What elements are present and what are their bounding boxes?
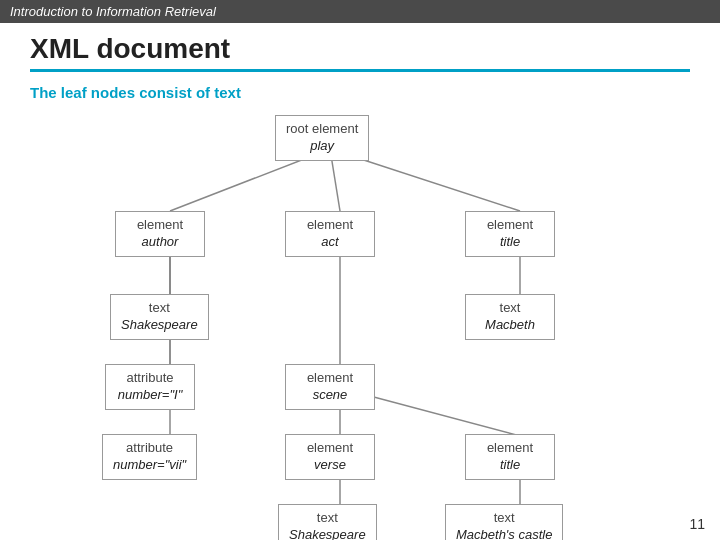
node-text-macbeths-castle: text Macbeth's castle	[445, 504, 563, 540]
node-attr-number-i: attribute number="I"	[105, 364, 195, 410]
tree-container: root element play element author element…	[30, 111, 690, 511]
node-scene: element scene	[285, 364, 375, 410]
main-content: XML document The leaf nodes consist of t…	[0, 23, 720, 521]
node-text-macbeth1-value: Macbeth	[476, 317, 544, 334]
node-verse: element verse	[285, 434, 375, 480]
node-root-value: play	[286, 138, 358, 155]
node-act-label: element	[296, 217, 364, 234]
node-text-shakes1-label: text	[121, 300, 198, 317]
node-root: root element play	[275, 115, 369, 161]
node-title-bottom: element title	[465, 434, 555, 480]
node-root-label: root element	[286, 121, 358, 138]
node-scene-label: element	[296, 370, 364, 387]
page-title: XML document	[30, 33, 690, 65]
node-text-shakespeare-2: text Shakespeare	[278, 504, 377, 540]
node-attr-i-value: number="I"	[116, 387, 184, 404]
header-title: Introduction to Information Retrieval	[10, 4, 216, 19]
leaf-desc-prefix: The	[30, 84, 61, 101]
node-text-shakes2-label: text	[289, 510, 366, 527]
node-author-label: element	[126, 217, 194, 234]
page-number: 11	[689, 516, 705, 532]
node-title-top-value: title	[476, 234, 544, 251]
node-author: element author	[115, 211, 205, 257]
node-text-shakespeare-1: text Shakespeare	[110, 294, 209, 340]
node-title-top-label: element	[476, 217, 544, 234]
node-text-shakes1-value: Shakespeare	[121, 317, 198, 334]
leaf-desc-suffix: consist of text	[135, 84, 241, 101]
node-author-value: author	[126, 234, 194, 251]
node-title-bottom-value: title	[476, 457, 544, 474]
node-attr-i-label: attribute	[116, 370, 184, 387]
node-verse-value: verse	[296, 457, 364, 474]
node-act-value: act	[296, 234, 364, 251]
node-attr-vii-label: attribute	[113, 440, 186, 457]
node-text-macbeth-1: text Macbeth	[465, 294, 555, 340]
leaf-nodes-highlight: leaf nodes	[61, 84, 135, 101]
node-title-top: element title	[465, 211, 555, 257]
node-scene-value: scene	[296, 387, 364, 404]
node-attr-vii-value: number="vii"	[113, 457, 186, 474]
node-title-bottom-label: element	[476, 440, 544, 457]
leaf-description: The leaf nodes consist of text	[30, 84, 690, 101]
node-text-macbeth1-label: text	[476, 300, 544, 317]
node-text-macbeths-label: text	[456, 510, 552, 527]
header-bar: Introduction to Information Retrieval	[0, 0, 720, 23]
node-act: element act	[285, 211, 375, 257]
node-text-shakes2-value: Shakespeare	[289, 527, 366, 540]
node-text-macbeths-value: Macbeth's castle	[456, 527, 552, 540]
title-underline	[30, 69, 690, 72]
node-verse-label: element	[296, 440, 364, 457]
node-attr-number-vii: attribute number="vii"	[102, 434, 197, 480]
